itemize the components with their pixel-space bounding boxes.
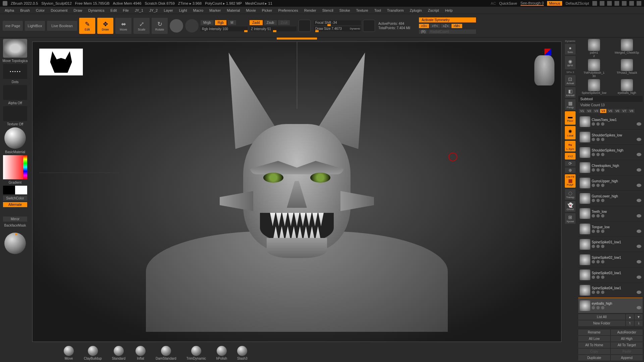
visibility-eye-icon[interactable]: [637, 122, 641, 126]
paste-button[interactable]: Paste: [611, 349, 643, 354]
menu-marker[interactable]: Marker: [207, 8, 223, 12]
menu-help[interactable]: Help: [443, 8, 455, 12]
xyz-button[interactable]: XYZ: [565, 153, 576, 160]
transp-button[interactable]: ◌Transp: [565, 189, 576, 200]
vtab-V6[interactable]: V6: [614, 109, 621, 113]
visibility-eye-icon[interactable]: [637, 184, 641, 187]
sym-m-button[interactable]: >M<: [451, 24, 462, 28]
stroke-preview[interactable]: • • • • •: [3, 64, 27, 79]
ghost-button[interactable]: 👻Ghost: [565, 201, 576, 212]
window-icon[interactable]: [614, 1, 619, 6]
minimize-icon[interactable]: [622, 1, 627, 6]
activate-symmetry-button[interactable]: Activate Symmetry: [419, 17, 476, 22]
vtab-V3[interactable]: V3: [593, 109, 599, 113]
size-curve-icon[interactable]: [363, 20, 375, 32]
brush-trimdynamic[interactable]: TrimDynamic: [186, 346, 206, 360]
all-high-button[interactable]: All High: [611, 336, 643, 342]
sculptris-button[interactable]: [185, 19, 199, 33]
visibility-eye-icon[interactable]: [637, 153, 641, 156]
focal-shift-slider[interactable]: Focal Shift -34: [314, 20, 361, 25]
list-all-button[interactable]: List All: [578, 314, 625, 320]
menu-macro[interactable]: Macro: [191, 8, 206, 12]
visibility-eye-icon[interactable]: [637, 138, 641, 141]
vtab-V8[interactable]: V8: [628, 109, 635, 113]
subtool-item[interactable]: ClawsToes_low1: [578, 114, 643, 130]
zadd-button[interactable]: Zadd: [250, 20, 263, 25]
seethrough-slider[interactable]: See-through 0: [521, 1, 544, 6]
brush-inflat[interactable]: Inflat: [136, 346, 146, 360]
material-preview[interactable]: [4, 127, 26, 149]
z-intensity-slider[interactable]: Z Intensity 51: [250, 26, 297, 31]
brush-slash3[interactable]: Slash3: [237, 346, 248, 360]
bpr-button[interactable]: ◉BPR: [565, 56, 576, 69]
draw-size-slider[interactable]: Draw Size 7.4673Dynamic: [314, 26, 361, 31]
menu-stroke[interactable]: Stroke: [337, 8, 352, 12]
subtool-item[interactable]: eyeballs_high: [578, 298, 643, 313]
sym-z-button[interactable]: >Z<: [441, 24, 451, 28]
secondary-color[interactable]: [3, 186, 15, 194]
subtool-item[interactable]: SpineSpike04_low1: [578, 283, 643, 298]
brush-standard[interactable]: Standard: [112, 346, 125, 360]
subtool-item[interactable]: GumsUpper_high: [578, 176, 643, 191]
all-to-target-button[interactable]: All To Target: [611, 342, 643, 348]
alternate-button[interactable]: Alternate: [3, 202, 27, 207]
zoom-button[interactable]: ⊕: [565, 168, 576, 173]
aahalf-button[interactable]: ◧AAHalf: [565, 87, 576, 98]
sym-y-button[interactable]: >Y<: [430, 24, 440, 28]
subtool-list[interactable]: ClawsToes_low1ShoulderSpikes_lowShoulder…: [578, 114, 643, 313]
menu-transform[interactable]: Transform: [385, 8, 406, 12]
move-mode-button[interactable]: ⬌Move: [115, 18, 131, 34]
vtab-V7[interactable]: V7: [621, 109, 628, 113]
subtool-item[interactable]: SpineSpike02_low1: [578, 252, 643, 267]
rgb-button[interactable]: Rgb: [215, 20, 226, 25]
menus-toggle[interactable]: Menus: [547, 1, 562, 6]
visibility-eye-icon[interactable]: [637, 230, 641, 233]
frame-button[interactable]: ⟳: [565, 161, 576, 166]
subtool-item[interactable]: SpineSpike03_low1: [578, 267, 643, 283]
menu-light[interactable]: Light: [177, 8, 189, 12]
visibility-eye-icon[interactable]: [637, 276, 641, 279]
menu-file[interactable]: File: [121, 8, 131, 12]
zcut-button[interactable]: Zcut: [278, 20, 290, 25]
local-button[interactable]: ✺Local: [565, 126, 576, 139]
visibility-eye-icon[interactable]: [637, 245, 641, 248]
window-icon[interactable]: [607, 1, 612, 6]
subtool-item[interactable]: ShoulderSpikes_low: [578, 130, 643, 145]
brush-move[interactable]: Move: [64, 346, 74, 360]
menu-edit[interactable]: Edit: [108, 8, 119, 12]
floor-button[interactable]: ▬Floor: [565, 111, 576, 125]
lsym-button[interactable]: ⇋L.Sym: [565, 141, 576, 152]
arrow-up-button[interactable]: ↿: [626, 320, 634, 326]
subtool-item[interactable]: Tongue_low: [578, 222, 643, 237]
texture-preview[interactable]: [3, 106, 27, 121]
new-folder-button[interactable]: New Folder: [578, 320, 625, 326]
close-icon[interactable]: [637, 1, 641, 6]
subtool-item[interactable]: ShoulderSpikes_high: [578, 145, 643, 160]
all-low-button[interactable]: All Low: [578, 336, 610, 342]
visibility-eye-icon[interactable]: [637, 306, 641, 309]
visibility-eye-icon[interactable]: [637, 291, 641, 294]
subtool-item[interactable]: SpineSpike01_low1: [578, 237, 643, 252]
color-picker[interactable]: [3, 155, 27, 179]
camera-head-icon[interactable]: [534, 55, 554, 85]
menu-tool[interactable]: Tool: [372, 8, 383, 12]
visibility-eye-icon[interactable]: [637, 168, 641, 172]
visibility-eye-icon[interactable]: [637, 214, 641, 218]
append-button[interactable]: Append: [611, 355, 643, 361]
m-button[interactable]: M: [228, 20, 236, 25]
tool-thumb[interactable]: palm12: [578, 39, 610, 58]
subtool-item[interactable]: Cheekspikes_high: [578, 160, 643, 176]
solo-button[interactable]: ●Solo: [565, 44, 576, 55]
menu-preferences[interactable]: Preferences: [276, 8, 300, 12]
menu-stencil[interactable]: Stencil: [320, 8, 335, 12]
mirror-button[interactable]: Mirror: [3, 217, 27, 222]
radial-count[interactable]: RadialCount: [428, 29, 476, 34]
menu-layer[interactable]: Layer: [162, 8, 175, 12]
brush-curve-icon[interactable]: [299, 20, 311, 32]
rgb-intensity-slider[interactable]: Rgb Intensity 100: [201, 26, 248, 31]
copy-button[interactable]: Copy: [578, 349, 610, 354]
vtab-V4[interactable]: V4: [600, 109, 606, 113]
menu-brush[interactable]: Brush: [18, 8, 32, 12]
autoreorder-button[interactable]: AutoReorder: [611, 329, 643, 335]
menu-document[interactable]: Document: [49, 8, 69, 12]
